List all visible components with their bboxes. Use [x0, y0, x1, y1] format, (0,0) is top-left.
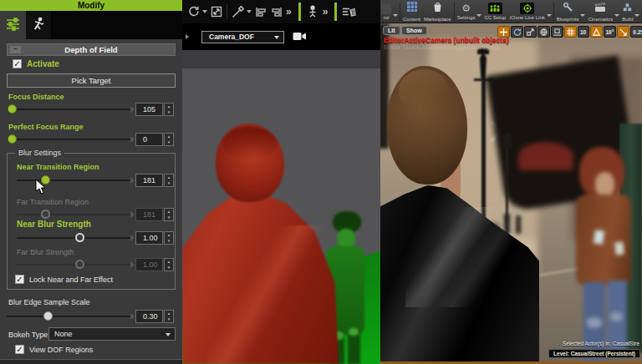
bokeh-type-label: Bokeh Type :	[8, 331, 52, 339]
near-blur-slider: 1.00 ▴▾	[10, 231, 182, 245]
surface-snap-toggle[interactable]	[551, 26, 563, 38]
spin-buttons: ▴▾	[164, 208, 174, 221]
near-blur-value[interactable]: 1.00	[135, 231, 163, 245]
link-pen-icon[interactable]	[230, 3, 245, 20]
blur-edge-value[interactable]: 0.30	[135, 310, 163, 323]
dof-regions-viewport[interactable]	[182, 50, 380, 364]
spin-buttons[interactable]: ▴▾	[164, 174, 174, 187]
near-blur-label: Near Blur Strength	[17, 220, 91, 229]
far-transition-label: Far Transition Region	[17, 198, 89, 206]
lit-mode-button[interactable]: Lit	[383, 26, 400, 35]
reset-rotate-icon[interactable]	[186, 3, 201, 20]
content-browser-icon	[406, 1, 418, 16]
toolbar-cinematics[interactable]: Cinematics	[586, 0, 614, 23]
actor-icon[interactable]	[305, 3, 320, 20]
spin-buttons[interactable]: ▴▾	[164, 231, 174, 245]
blur-settings-label: Blur Settings	[15, 149, 64, 157]
focus-distance-value[interactable]: 105	[135, 103, 163, 116]
iclone-viewport-area: » » Camera_DOF	[182, 0, 380, 364]
show-menu-button[interactable]: Show	[401, 26, 427, 35]
rotation-snap-value[interactable]: 10°	[604, 26, 617, 38]
level-badge[interactable]: Level: CasualStreet (Persistent)	[548, 349, 640, 358]
spin-buttons[interactable]: ▴▾	[164, 310, 174, 323]
scale-tool-button[interactable]	[524, 26, 537, 38]
toolbar-content[interactable]: Content	[401, 0, 422, 23]
slider-handle[interactable]	[43, 311, 53, 321]
toolbar-source-control[interactable]: rol	[381, 0, 393, 23]
rotate-tool-button[interactable]	[511, 26, 523, 38]
more-tools-chevron[interactable]: »	[286, 6, 292, 18]
slider-handle[interactable]	[8, 134, 17, 144]
camera-dropdown[interactable]: Camera_DOF	[201, 31, 284, 43]
slider-handle[interactable]	[75, 233, 84, 242]
world-local-toggle[interactable]	[538, 26, 550, 38]
collect-clean-icon[interactable]	[341, 3, 356, 20]
ue-level-viewport[interactable]: Lit Show EditorActiveCamera (unbuilt obj…	[380, 23, 642, 364]
activate-label: Activate	[27, 59, 59, 68]
chevron-down-icon[interactable]	[547, 14, 552, 17]
chevron-down-icon[interactable]	[476, 14, 482, 17]
blueprints-icon	[563, 1, 573, 16]
spin-buttons[interactable]: ▴▾	[164, 133, 174, 146]
slider-track[interactable]	[7, 139, 130, 140]
pick-target-button[interactable]: Pick Target	[7, 73, 176, 88]
far-blur-value: 1.00	[135, 258, 163, 271]
expand-icon[interactable]	[209, 3, 224, 20]
collapse-button[interactable]: −	[10, 46, 21, 53]
toolbar-settings[interactable]: ⚙ Settings	[456, 0, 477, 23]
toolbar-iclone-live-link[interactable]: iClone Live Link	[507, 0, 546, 23]
next-section-partial	[0, 359, 182, 364]
slider-handle[interactable]	[8, 104, 17, 114]
rotation-snap-toggle[interactable]	[590, 26, 603, 38]
slider-handle	[75, 260, 84, 269]
activate-checkbox[interactable]: ✓	[13, 59, 22, 68]
view-dof-checkbox[interactable]: ✓	[15, 345, 24, 354]
app-window: Modify −	[0, 0, 642, 364]
perfect-focus-range-label: Perfect Focus Range	[8, 123, 84, 131]
chevron-down-icon[interactable]	[247, 10, 252, 13]
move-tool-button[interactable]	[497, 26, 510, 38]
focus-distance-label: Focus Distance	[8, 93, 64, 101]
align-left-icon[interactable]	[253, 3, 268, 20]
grid-snap-value[interactable]: 10	[578, 26, 589, 38]
slider-track[interactable]	[7, 316, 130, 317]
selected-actors-text: Selected Actor(s) in: CasualStre	[563, 341, 639, 346]
dof-section-header[interactable]: − Depth of Field	[7, 43, 176, 56]
toolbar-marketplace[interactable]: Marketplace	[422, 0, 453, 23]
slider-track[interactable]	[17, 237, 130, 239]
lock-checkbox[interactable]: ✓	[15, 275, 24, 284]
viewport-warning-text: EditorActiveCamera (unbuilt objects)	[384, 36, 509, 44]
perfect-focus-range-value[interactable]: 0	[135, 133, 163, 146]
tab-animation[interactable]	[26, 11, 52, 39]
chevron-down-icon[interactable]	[393, 14, 398, 17]
scale-snap-toggle[interactable]	[617, 26, 629, 38]
chevron-down-icon[interactable]	[202, 10, 207, 13]
spin-buttons[interactable]: ▴▾	[164, 103, 174, 116]
build-cubes-icon	[622, 1, 633, 16]
grid-snap-toggle[interactable]	[564, 26, 577, 38]
chevron-right-icon[interactable]	[186, 34, 189, 39]
toolbar-build[interactable]: Build	[620, 0, 634, 23]
unreal-engine-area: rol Content Marketplace ⚙ Settings	[380, 0, 642, 364]
panel-tabstrip	[0, 11, 182, 39]
tab-modify-settings[interactable]	[0, 11, 26, 39]
slider-track[interactable]	[7, 109, 130, 110]
chevron-down-icon[interactable]	[580, 14, 585, 17]
more-actors-chevron[interactable]: »	[323, 6, 329, 18]
chevron-down-icon[interactable]	[614, 14, 619, 17]
iclone-live-link-icon	[520, 3, 534, 14]
scale-snap-value[interactable]: 0.25	[630, 26, 642, 38]
dof-section-title: Depth of Field	[64, 45, 117, 54]
blur-edge-slider: 0.30 ▴▾	[0, 310, 182, 323]
settings-gear-icon: ⚙	[461, 3, 471, 14]
toolbar-cc-setup[interactable]: CC Setup	[482, 0, 507, 23]
slider-track[interactable]	[17, 179, 130, 181]
spin-buttons: ▴▾	[164, 258, 174, 271]
chevron-down-icon[interactable]	[634, 14, 639, 17]
perfect-focus-range-slider: 0 ▴▾	[0, 133, 182, 146]
align-right-icon[interactable]	[268, 3, 283, 20]
toolbar-blueprints[interactable]: Blueprints	[555, 0, 581, 23]
near-transition-value[interactable]: 181	[135, 174, 163, 187]
bokeh-type-dropdown[interactable]: None	[48, 327, 176, 341]
camera-icon[interactable]	[293, 29, 307, 44]
